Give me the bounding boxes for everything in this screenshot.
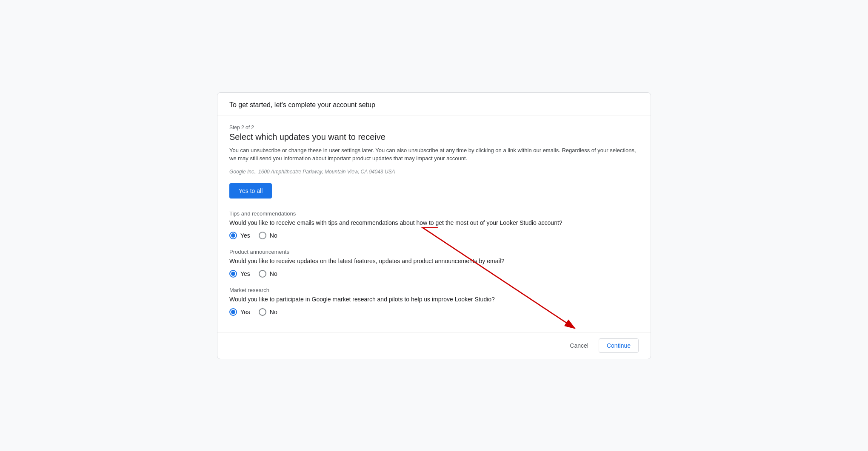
continue-button[interactable]: Continue xyxy=(599,338,639,353)
tips-yes-label: Yes xyxy=(240,232,250,239)
product-yes-label: Yes xyxy=(240,270,250,277)
market-radio-group: Yes No xyxy=(229,308,639,316)
dialog-container: To get started, let's complete your acco… xyxy=(217,92,651,359)
tips-radio-group: Yes No xyxy=(229,232,639,239)
step-label: Step 2 of 2 xyxy=(229,125,639,130)
market-question: Would you like to participate in Google … xyxy=(229,295,639,304)
yes-to-all-button[interactable]: Yes to all xyxy=(229,183,272,199)
product-section: Product announcements Would you like to … xyxy=(229,249,639,278)
product-no-radio[interactable] xyxy=(259,270,266,278)
tips-no-radio[interactable] xyxy=(259,232,266,239)
dialog-footer: Cancel Continue xyxy=(217,332,651,359)
market-yes-radio[interactable] xyxy=(229,308,237,316)
tips-no-option[interactable]: No xyxy=(259,232,277,239)
dialog-header-title: To get started, let's complete your acco… xyxy=(229,101,375,108)
tips-section: Tips and recommendations Would you like … xyxy=(229,210,639,239)
dialog-body: Step 2 of 2 Select which updates you wan… xyxy=(217,116,651,332)
product-question: Would you like to receive updates on the… xyxy=(229,257,639,266)
market-no-label: No xyxy=(270,309,277,315)
section-title: Select which updates you want to receive xyxy=(229,132,639,142)
tips-question: Would you like to receive emails with ti… xyxy=(229,218,639,227)
tips-yes-option[interactable]: Yes xyxy=(229,232,250,239)
tips-yes-radio[interactable] xyxy=(229,232,237,239)
description-text: You can unsubscribe or change these in u… xyxy=(229,146,639,163)
product-yes-option[interactable]: Yes xyxy=(229,270,250,278)
cancel-button[interactable]: Cancel xyxy=(565,339,594,352)
market-category: Market research xyxy=(229,287,639,293)
address-text: Google Inc., 1600 Amphitheatre Parkway, … xyxy=(229,169,639,175)
product-no-option[interactable]: No xyxy=(259,270,277,278)
tips-category: Tips and recommendations xyxy=(229,210,639,217)
product-yes-radio[interactable] xyxy=(229,270,237,278)
market-no-option[interactable]: No xyxy=(259,308,277,316)
market-section: Market research Would you like to partic… xyxy=(229,287,639,316)
market-yes-label: Yes xyxy=(240,309,250,315)
market-no-radio[interactable] xyxy=(259,308,266,316)
dialog-header: To get started, let's complete your acco… xyxy=(217,93,651,116)
tips-no-label: No xyxy=(270,232,277,239)
product-no-label: No xyxy=(270,270,277,277)
product-radio-group: Yes No xyxy=(229,270,639,278)
product-category: Product announcements xyxy=(229,249,639,255)
market-yes-option[interactable]: Yes xyxy=(229,308,250,316)
